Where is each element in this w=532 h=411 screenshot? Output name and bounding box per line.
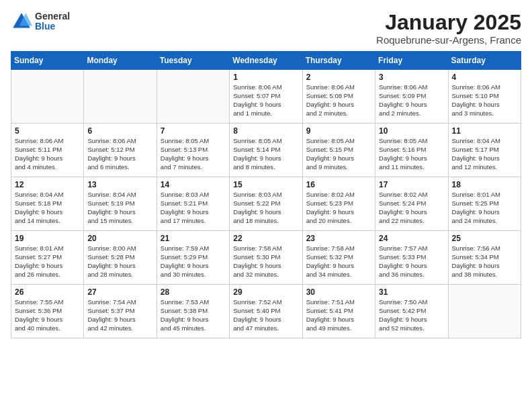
calendar-cell: 20Sunrise: 8:00 AM Sunset: 5:28 PM Dayli… xyxy=(84,231,157,285)
page-header: General Blue January 2025 Roquebrune-sur… xyxy=(11,11,521,46)
day-number: 24 xyxy=(379,234,444,243)
calendar-cell: 5Sunrise: 8:06 AM Sunset: 5:11 PM Daylig… xyxy=(11,124,84,177)
calendar-cell: 15Sunrise: 8:03 AM Sunset: 5:22 PM Dayli… xyxy=(230,177,302,231)
month-title: January 2025 xyxy=(376,11,521,34)
calendar-cell: 16Sunrise: 8:02 AM Sunset: 5:23 PM Dayli… xyxy=(302,177,375,231)
calendar-cell: 6Sunrise: 8:06 AM Sunset: 5:12 PM Daylig… xyxy=(84,124,157,177)
day-info: Sunrise: 7:52 AM Sunset: 5:40 PM Dayligh… xyxy=(233,298,298,332)
calendar-table: SundayMondayTuesdayWednesdayThursdayFrid… xyxy=(11,51,521,338)
day-info: Sunrise: 8:05 AM Sunset: 5:13 PM Dayligh… xyxy=(161,137,226,171)
calendar-week-row: 1Sunrise: 8:06 AM Sunset: 5:07 PM Daylig… xyxy=(11,70,521,124)
logo-blue-text: Blue xyxy=(35,21,70,32)
day-number: 5 xyxy=(15,126,80,136)
day-info: Sunrise: 8:03 AM Sunset: 5:21 PM Dayligh… xyxy=(161,191,226,225)
calendar-cell: 13Sunrise: 8:04 AM Sunset: 5:19 PM Dayli… xyxy=(84,177,157,231)
calendar-cell: 27Sunrise: 7:54 AM Sunset: 5:37 PM Dayli… xyxy=(84,285,157,338)
calendar-cell: 21Sunrise: 7:59 AM Sunset: 5:29 PM Dayli… xyxy=(157,231,229,285)
calendar-cell: 14Sunrise: 8:03 AM Sunset: 5:21 PM Dayli… xyxy=(157,177,229,231)
day-info: Sunrise: 8:05 AM Sunset: 5:14 PM Dayligh… xyxy=(233,137,298,171)
day-number: 31 xyxy=(379,287,444,297)
location: Roquebrune-sur-Argens, France xyxy=(376,34,521,46)
day-info: Sunrise: 7:55 AM Sunset: 5:36 PM Dayligh… xyxy=(15,298,80,332)
day-number: 19 xyxy=(15,234,80,243)
day-info: Sunrise: 7:59 AM Sunset: 5:29 PM Dayligh… xyxy=(161,244,226,279)
calendar-cell: 7Sunrise: 8:05 AM Sunset: 5:13 PM Daylig… xyxy=(157,124,229,177)
calendar-cell: 28Sunrise: 7:53 AM Sunset: 5:38 PM Dayli… xyxy=(157,285,229,338)
day-number: 17 xyxy=(379,180,444,189)
weekday-header: Sunday xyxy=(11,52,84,70)
day-number: 12 xyxy=(15,180,80,189)
calendar-cell xyxy=(157,70,229,124)
weekday-header: Thursday xyxy=(302,52,375,70)
day-info: Sunrise: 8:06 AM Sunset: 5:08 PM Dayligh… xyxy=(306,83,371,118)
day-info: Sunrise: 8:06 AM Sunset: 5:07 PM Dayligh… xyxy=(233,83,298,118)
calendar-cell: 24Sunrise: 7:57 AM Sunset: 5:33 PM Dayli… xyxy=(375,231,448,285)
calendar-cell: 30Sunrise: 7:51 AM Sunset: 5:41 PM Dayli… xyxy=(302,285,375,338)
day-number: 1 xyxy=(233,73,298,82)
day-info: Sunrise: 8:06 AM Sunset: 5:09 PM Dayligh… xyxy=(379,83,444,118)
day-info: Sunrise: 8:05 AM Sunset: 5:15 PM Dayligh… xyxy=(306,137,371,171)
day-number: 6 xyxy=(87,126,152,136)
day-info: Sunrise: 8:05 AM Sunset: 5:16 PM Dayligh… xyxy=(379,137,444,171)
day-number: 28 xyxy=(161,287,226,297)
calendar-cell: 17Sunrise: 8:02 AM Sunset: 5:24 PM Dayli… xyxy=(375,177,448,231)
calendar-cell: 8Sunrise: 8:05 AM Sunset: 5:14 PM Daylig… xyxy=(230,124,302,177)
calendar-cell: 29Sunrise: 7:52 AM Sunset: 5:40 PM Dayli… xyxy=(230,285,302,338)
day-info: Sunrise: 8:06 AM Sunset: 5:12 PM Dayligh… xyxy=(87,137,152,171)
day-number: 29 xyxy=(233,287,298,297)
calendar-cell: 25Sunrise: 7:56 AM Sunset: 5:34 PM Dayli… xyxy=(448,231,521,285)
calendar-cell: 31Sunrise: 7:50 AM Sunset: 5:42 PM Dayli… xyxy=(375,285,448,338)
calendar-cell: 18Sunrise: 8:01 AM Sunset: 5:25 PM Dayli… xyxy=(448,177,521,231)
day-number: 3 xyxy=(379,73,444,82)
calendar-week-row: 26Sunrise: 7:55 AM Sunset: 5:36 PM Dayli… xyxy=(11,285,521,338)
day-number: 18 xyxy=(452,180,517,189)
weekday-header: Tuesday xyxy=(157,52,229,70)
calendar-cell xyxy=(11,70,84,124)
calendar-week-row: 12Sunrise: 8:04 AM Sunset: 5:18 PM Dayli… xyxy=(11,177,521,231)
logo: General Blue xyxy=(11,11,70,32)
day-number: 16 xyxy=(306,180,371,189)
weekday-header: Wednesday xyxy=(230,52,302,70)
day-info: Sunrise: 8:00 AM Sunset: 5:28 PM Dayligh… xyxy=(87,244,152,279)
weekday-header-row: SundayMondayTuesdayWednesdayThursdayFrid… xyxy=(11,52,521,70)
day-number: 8 xyxy=(233,126,298,136)
day-info: Sunrise: 8:04 AM Sunset: 5:18 PM Dayligh… xyxy=(15,191,80,225)
day-info: Sunrise: 8:02 AM Sunset: 5:24 PM Dayligh… xyxy=(379,191,444,225)
day-number: 9 xyxy=(306,126,371,136)
day-number: 27 xyxy=(87,287,152,297)
calendar-cell: 19Sunrise: 8:01 AM Sunset: 5:27 PM Dayli… xyxy=(11,231,84,285)
day-info: Sunrise: 7:51 AM Sunset: 5:41 PM Dayligh… xyxy=(306,298,371,332)
day-number: 25 xyxy=(452,234,517,243)
day-info: Sunrise: 7:54 AM Sunset: 5:37 PM Dayligh… xyxy=(87,298,152,332)
logo-icon xyxy=(11,11,32,32)
day-number: 10 xyxy=(379,126,444,136)
day-number: 23 xyxy=(306,234,371,243)
day-number: 21 xyxy=(161,234,226,243)
day-number: 20 xyxy=(87,234,152,243)
day-info: Sunrise: 7:50 AM Sunset: 5:42 PM Dayligh… xyxy=(379,298,444,332)
calendar-cell: 11Sunrise: 8:04 AM Sunset: 5:17 PM Dayli… xyxy=(448,124,521,177)
day-info: Sunrise: 8:04 AM Sunset: 5:17 PM Dayligh… xyxy=(452,137,517,171)
title-block: January 2025 Roquebrune-sur-Argens, Fran… xyxy=(376,11,521,46)
calendar-cell: 26Sunrise: 7:55 AM Sunset: 5:36 PM Dayli… xyxy=(11,285,84,338)
calendar-cell: 1Sunrise: 8:06 AM Sunset: 5:07 PM Daylig… xyxy=(230,70,302,124)
calendar-cell: 10Sunrise: 8:05 AM Sunset: 5:16 PM Dayli… xyxy=(375,124,448,177)
day-info: Sunrise: 8:06 AM Sunset: 5:11 PM Dayligh… xyxy=(15,137,80,171)
calendar-cell: 9Sunrise: 8:05 AM Sunset: 5:15 PM Daylig… xyxy=(302,124,375,177)
day-info: Sunrise: 7:56 AM Sunset: 5:34 PM Dayligh… xyxy=(452,244,517,279)
calendar-week-row: 19Sunrise: 8:01 AM Sunset: 5:27 PM Dayli… xyxy=(11,231,521,285)
day-number: 26 xyxy=(15,287,80,297)
calendar-cell: 12Sunrise: 8:04 AM Sunset: 5:18 PM Dayli… xyxy=(11,177,84,231)
calendar-cell: 3Sunrise: 8:06 AM Sunset: 5:09 PM Daylig… xyxy=(375,70,448,124)
day-info: Sunrise: 8:03 AM Sunset: 5:22 PM Dayligh… xyxy=(233,191,298,225)
day-number: 14 xyxy=(161,180,226,189)
day-info: Sunrise: 8:01 AM Sunset: 5:27 PM Dayligh… xyxy=(15,244,80,279)
day-number: 7 xyxy=(161,126,226,136)
day-number: 2 xyxy=(306,73,371,82)
day-number: 22 xyxy=(233,234,298,243)
day-number: 11 xyxy=(452,126,517,136)
weekday-header: Saturday xyxy=(448,52,521,70)
day-number: 30 xyxy=(306,287,371,297)
calendar-cell xyxy=(448,285,521,338)
logo-general-text: General xyxy=(35,11,70,21)
